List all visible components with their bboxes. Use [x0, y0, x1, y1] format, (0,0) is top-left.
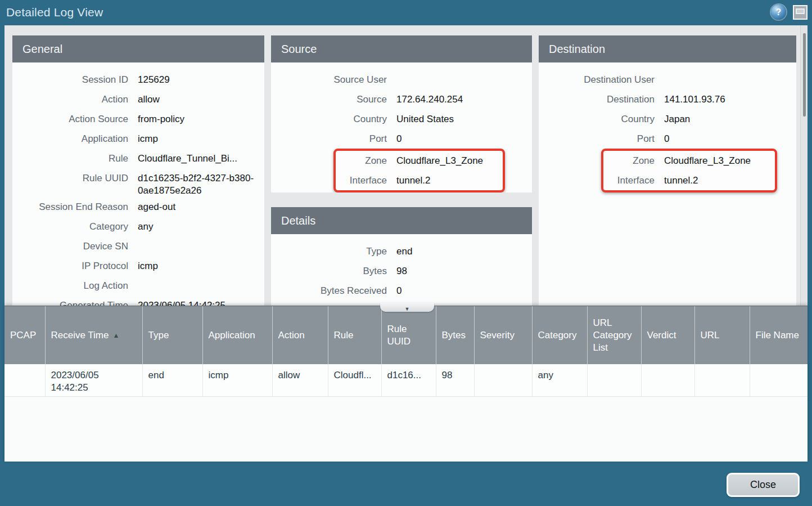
field-row-country: CountryJapan	[539, 109, 796, 129]
field-value: 141.101.93.76	[655, 89, 796, 106]
column-header-label: Action	[278, 330, 305, 341]
column-header-category[interactable]: Category	[532, 306, 587, 364]
log-cell-rule-uuid: d1c16...	[381, 364, 436, 396]
column-header-type[interactable]: Type	[142, 306, 202, 364]
scrollbar-thumb[interactable]	[803, 33, 806, 117]
field-row-type: Typeend	[271, 241, 532, 261]
field-value	[387, 70, 532, 74]
field-label: Type	[271, 241, 387, 258]
field-value: Cloudflare_L3_Zone	[655, 151, 775, 167]
field-label: Bytes Received	[271, 281, 387, 297]
field-row-generated-time: Generated Time2023/06/05 14:42:25	[12, 295, 264, 306]
field-label: IP Protocol	[12, 256, 128, 272]
field-label: Bytes	[271, 261, 387, 277]
window-restore-icon[interactable]	[793, 5, 808, 20]
field-label: Interface	[603, 171, 655, 187]
field-row-bytes: Bytes98	[271, 261, 532, 281]
dialog-titlebar: Detailed Log View ?	[0, 0, 812, 25]
field-row-destination: Destination141.101.93.76	[539, 89, 796, 109]
field-label: Log Action	[12, 276, 128, 292]
column-header-severity[interactable]: Severity	[474, 306, 532, 364]
panel-general: General Session ID125629ActionallowActio…	[12, 35, 264, 306]
field-value: 0	[387, 129, 532, 145]
help-icon[interactable]: ?	[771, 5, 786, 20]
log-cell-rule: Cloudfl...	[328, 364, 381, 396]
field-row-session-end-reason: Session End Reasonaged-out	[12, 197, 264, 217]
column-header-file-name[interactable]: File Name	[750, 306, 808, 364]
column-header-label: PCAP	[10, 330, 36, 341]
log-table-area: ▼ PCAPReceive Time▲TypeApplicationAction…	[4, 306, 808, 462]
column-header-label: URL	[701, 330, 720, 341]
log-cell-pcap	[4, 364, 45, 396]
field-row-country: CountryUnited States	[271, 109, 532, 129]
column-header-action[interactable]: Action	[272, 306, 328, 364]
field-row-zone: ZoneCloudflare_L3_Zone	[603, 151, 775, 171]
field-label: Source User	[271, 70, 387, 86]
log-cell-bytes: 98	[436, 364, 474, 396]
field-value: United States	[387, 109, 532, 126]
field-value: allow	[128, 89, 264, 106]
panel-general-title: General	[12, 35, 264, 62]
field-row-port: Port0	[271, 129, 532, 149]
field-row-rule: RuleCloudflare_Tunnel_Bi...	[12, 149, 264, 168]
column-header-url-category-list[interactable]: URL Category List	[587, 306, 641, 364]
panel-destination-body: Destination UserDestination141.101.93.76…	[539, 62, 796, 192]
highlight-red-box: ZoneCloudflare_L3_ZoneInterfacetunnel.2	[333, 149, 505, 192]
field-row-ip-protocol: IP Protocolicmp	[12, 256, 264, 276]
panel-details: Details TypeendBytes98Bytes Received0	[271, 207, 532, 306]
field-value: 172.64.240.254	[387, 89, 532, 106]
field-row-rule-uuid: Rule UUIDd1c16235-b2f2-4327-b380-0ae1875…	[12, 168, 264, 197]
field-row-interface: Interfacetunnel.2	[603, 171, 775, 190]
log-table-header-row: PCAPReceive Time▲TypeApplicationActionRu…	[4, 306, 808, 364]
column-header-application[interactable]: Application	[202, 306, 272, 364]
field-value: any	[128, 217, 264, 233]
field-value	[655, 70, 796, 74]
field-label: Rule	[12, 149, 128, 165]
log-cell-receive-time: 2023/06/05 14:42:25	[45, 364, 142, 396]
column-header-url[interactable]: URL	[694, 306, 750, 364]
column-header-bytes[interactable]: Bytes	[436, 306, 474, 364]
field-label: Destination	[539, 89, 655, 106]
collapse-handle[interactable]: ▼	[380, 303, 434, 312]
field-label: Country	[539, 109, 655, 126]
field-value: 0	[655, 129, 796, 145]
log-cell-action: allow	[272, 364, 328, 396]
column-header-label: Rule	[334, 330, 354, 341]
log-cell-url	[694, 364, 750, 396]
log-cell-file-name	[750, 364, 808, 396]
column-header-label: Type	[148, 330, 169, 341]
window-restore-icon-inner	[796, 8, 805, 14]
column-header-receive-time[interactable]: Receive Time▲	[45, 306, 142, 364]
highlight-red-box: ZoneCloudflare_L3_ZoneInterfacetunnel.2	[601, 149, 777, 192]
field-value	[128, 276, 264, 280]
column-header-rule-uuid[interactable]: Rule UUID	[381, 306, 436, 364]
column-header-label: File Name	[756, 330, 799, 341]
log-table-row[interactable]: 2023/06/05 14:42:25endicmpallowCloudfl..…	[4, 364, 808, 396]
field-label: Action	[12, 89, 128, 106]
field-label: Session End Reason	[12, 197, 128, 213]
chevron-down-icon: ▼	[405, 305, 410, 313]
field-row-application: Applicationicmp	[12, 129, 264, 149]
field-value: Cloudflare_Tunnel_Bi...	[128, 149, 264, 165]
log-cell-type: end	[142, 364, 202, 396]
field-label: Category	[12, 217, 128, 233]
column-header-rule[interactable]: Rule	[328, 306, 381, 364]
column-header-label: Application	[209, 330, 255, 341]
column-header-verdict[interactable]: Verdict	[641, 306, 694, 364]
field-value: aged-out	[128, 197, 264, 213]
field-value: Cloudflare_L3_Zone	[387, 151, 503, 167]
field-row-bytes-received: Bytes Received0	[271, 281, 532, 301]
field-value: tunnel.2	[387, 171, 503, 187]
panel-details-body: TypeendBytes98Bytes Received0	[271, 234, 532, 301]
field-value: 125629	[128, 70, 264, 86]
field-value: from-policy	[128, 109, 264, 126]
log-cell-category: any	[532, 364, 587, 396]
close-button[interactable]: Close	[727, 473, 800, 497]
column-header-pcap[interactable]: PCAP	[4, 306, 45, 364]
field-row-action: Actionallow	[12, 89, 264, 109]
field-label: Application	[12, 129, 128, 145]
field-label: Port	[539, 129, 655, 145]
vertical-scrollbar[interactable]	[800, 25, 808, 306]
column-header-label: Verdict	[647, 330, 676, 341]
column-header-label: URL Category List	[593, 317, 632, 353]
